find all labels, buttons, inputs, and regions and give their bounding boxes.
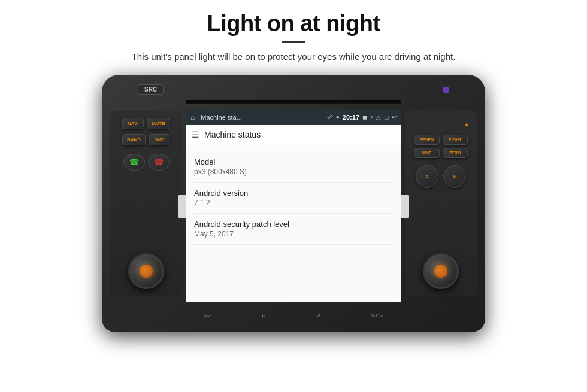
status-icons: ☍ ● 20:17 ◼ ♪ △ ◻ ↩ (327, 114, 397, 121)
back-icon[interactable]: ↩ (392, 114, 397, 120)
android-status-bar: ⌂ Machine sta... ☍ ● 20:17 ◼ ♪ △ ◻ ↩ (186, 110, 401, 125)
menu-icon[interactable]: ☰ (192, 130, 199, 139)
top-indicator (443, 87, 449, 93)
band-button[interactable]: BAND (122, 134, 146, 145)
circle-btn-row: 5 6 (416, 165, 466, 188)
security-patch-label: Android security patch level (194, 220, 393, 229)
end-call-button[interactable]: ☎ (148, 154, 170, 171)
seven-button[interactable]: SEVEN (414, 135, 440, 145)
nine-button[interactable]: NINE (414, 148, 440, 158)
left-btn-row-2: BAND DVD (122, 134, 170, 145)
security-patch-value: May 5, 2017 (194, 230, 393, 238)
cast-icon: △ (376, 114, 381, 120)
photo-icon: ◼ (362, 114, 367, 120)
model-value: px3 (800x480 S) (194, 168, 393, 176)
clip-right (400, 195, 409, 218)
src-button[interactable]: SRC (138, 84, 164, 95)
pin-icon: ● (336, 114, 340, 120)
top-bar: SRC (138, 83, 449, 96)
dvd-button[interactable]: DVD (149, 134, 170, 145)
android-toolbar: ☰ Machine status (186, 125, 401, 145)
zero-button[interactable]: ZERO (443, 148, 468, 158)
android-version-item: Android version 7.1.2 (194, 183, 393, 214)
left-panel: NAVI MUTE BAND DVD ☎ ☎ (110, 111, 182, 296)
left-knob-area (128, 253, 164, 289)
mute-button[interactable]: MUTE (147, 118, 170, 129)
car-unit: SRC NAVI MUTE BAND DVD ☎ ☎ (102, 75, 485, 332)
sd-label: SD (204, 312, 211, 318)
page-subtitle: This unit's panel light will be on to pr… (132, 50, 456, 64)
android-version-label: Android version (194, 189, 393, 197)
android-version-value: 7.1.2 (194, 199, 393, 207)
android-content: Model px3 (800x480 S) Android version 7.… (186, 145, 401, 302)
left-btn-row-1: NAVI MUTE (122, 118, 170, 129)
model-item: Model px3 (800x480 S) (194, 151, 393, 183)
right-knob-area (423, 253, 459, 289)
d-label-1: D (262, 312, 267, 318)
five-button[interactable]: 5 (416, 165, 438, 188)
num-btn-grid: SEVEN EIGHT NINE ZERO (414, 135, 468, 158)
home-icon[interactable]: ⌂ (190, 113, 195, 121)
model-label: Model (194, 157, 393, 166)
right-panel: ▲ SEVEN EIGHT NINE ZERO 5 6 (405, 111, 477, 296)
eight-button[interactable]: EIGHT (443, 135, 468, 145)
left-knob[interactable] (128, 253, 164, 289)
cd-slot (186, 100, 401, 104)
triangle-indicator: ▲ (464, 118, 470, 129)
gps-label: GPS (371, 312, 383, 318)
d-label-2: D (317, 312, 321, 318)
title-divider (282, 41, 305, 43)
vol-icon: ♪ (370, 114, 373, 120)
security-patch-item: Android security patch level May 5, 2017 (194, 214, 393, 245)
bottom-slots: SD D D GPS (192, 309, 395, 321)
phone-btn-row: ☎ ☎ (123, 154, 170, 171)
page-container: Light on at night This unit's panel ligh… (0, 0, 587, 392)
screen-area: ⌂ Machine sta... ☍ ● 20:17 ◼ ♪ △ ◻ ↩ (186, 110, 401, 302)
right-knob[interactable] (423, 253, 459, 289)
page-title: Light on at night (207, 11, 380, 37)
call-button[interactable]: ☎ (123, 154, 145, 171)
six-button[interactable]: 6 (443, 165, 466, 188)
screen-icon: ◻ (384, 114, 389, 120)
navi-button[interactable]: NAVI (122, 118, 144, 129)
toolbar-title: Machine status (204, 130, 261, 139)
unit-shell: SRC NAVI MUTE BAND DVD ☎ ☎ (102, 75, 485, 332)
status-time: 20:17 (343, 114, 359, 121)
message-icon: ☍ (327, 114, 333, 120)
status-app-title: Machine sta... (201, 114, 323, 121)
